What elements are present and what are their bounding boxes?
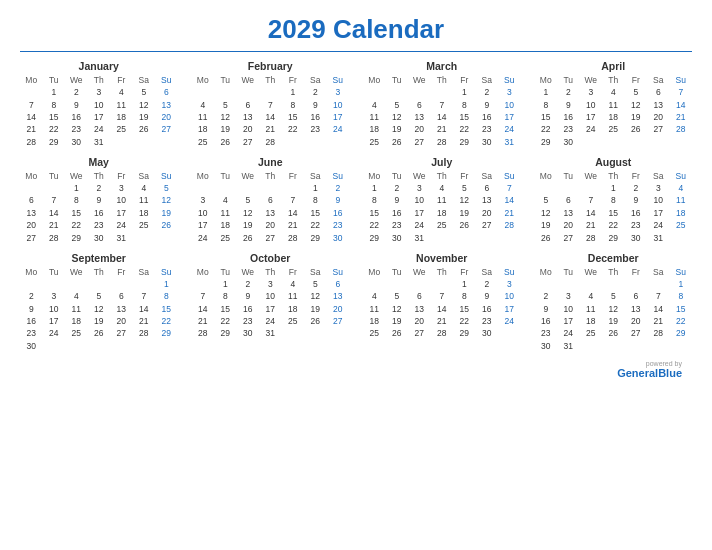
day-cell: 2 xyxy=(386,182,409,194)
day-cell: 9 xyxy=(237,290,260,302)
footer-brand: GeneralBlue xyxy=(20,367,682,379)
table-row: 891011121314 xyxy=(363,194,521,206)
day-cell: 16 xyxy=(476,111,499,123)
table-row: 21222324252627 xyxy=(20,123,178,135)
month-table-march: MoTuWeThFrSaSu12345678910111213141516171… xyxy=(363,74,521,148)
day-cell: 22 xyxy=(602,219,625,231)
day-cell: 12 xyxy=(535,207,558,219)
day-cell: 7 xyxy=(20,98,43,110)
day-cell xyxy=(535,278,558,290)
col-header-tu: Tu xyxy=(386,266,409,278)
day-cell xyxy=(670,340,693,352)
day-cell: 26 xyxy=(237,231,260,243)
day-cell: 11 xyxy=(133,194,156,206)
col-header-mo: Mo xyxy=(20,74,43,86)
month-table-december: MoTuWeThFrSaSu12345678910111213141516171… xyxy=(535,266,693,352)
table-row: 123 xyxy=(363,86,521,98)
col-header-th: Th xyxy=(88,266,111,278)
day-cell: 11 xyxy=(602,98,625,110)
day-cell: 15 xyxy=(670,303,693,315)
day-cell: 27 xyxy=(647,123,670,135)
col-header-th: Th xyxy=(602,266,625,278)
day-cell: 8 xyxy=(304,194,327,206)
day-cell: 4 xyxy=(602,86,625,98)
day-cell: 23 xyxy=(476,123,499,135)
col-header-th: Th xyxy=(88,74,111,86)
day-cell: 18 xyxy=(580,315,603,327)
day-cell: 8 xyxy=(155,290,178,302)
day-cell: 8 xyxy=(453,290,476,302)
day-cell xyxy=(580,136,603,148)
day-cell: 17 xyxy=(557,315,580,327)
day-cell: 26 xyxy=(386,327,409,339)
table-row: 13141516171819 xyxy=(20,207,178,219)
col-header-fr: Fr xyxy=(625,74,648,86)
day-cell: 1 xyxy=(453,86,476,98)
day-cell: 8 xyxy=(282,98,305,110)
table-row: 11121314151617 xyxy=(363,111,521,123)
day-cell: 18 xyxy=(133,207,156,219)
day-cell: 21 xyxy=(282,219,305,231)
day-cell: 27 xyxy=(408,327,431,339)
day-cell: 23 xyxy=(535,327,558,339)
day-cell: 2 xyxy=(327,182,350,194)
day-cell: 21 xyxy=(647,315,670,327)
day-cell: 28 xyxy=(20,136,43,148)
day-cell: 12 xyxy=(214,111,237,123)
day-cell: 12 xyxy=(133,98,156,110)
day-cell xyxy=(431,231,454,243)
day-cell: 15 xyxy=(43,111,66,123)
table-row: 18192021222324 xyxy=(192,123,350,135)
day-cell: 23 xyxy=(237,315,260,327)
day-cell: 11 xyxy=(431,194,454,206)
col-header-su: Su xyxy=(498,170,521,182)
day-cell: 11 xyxy=(110,98,133,110)
day-cell xyxy=(43,340,66,352)
col-header-th: Th xyxy=(431,74,454,86)
day-cell: 7 xyxy=(580,194,603,206)
day-cell: 14 xyxy=(282,207,305,219)
col-header-fr: Fr xyxy=(453,74,476,86)
day-cell: 10 xyxy=(647,194,670,206)
day-cell: 27 xyxy=(557,231,580,243)
day-cell: 11 xyxy=(363,303,386,315)
col-header-sa: Sa xyxy=(476,266,499,278)
day-cell: 16 xyxy=(65,111,88,123)
day-cell: 20 xyxy=(155,111,178,123)
month-block-february: FebruaryMoTuWeThFrSaSu123456789101112131… xyxy=(192,60,350,148)
day-cell: 18 xyxy=(192,123,215,135)
col-header-fr: Fr xyxy=(110,266,133,278)
day-cell: 16 xyxy=(557,111,580,123)
day-cell xyxy=(327,327,350,339)
month-table-may: MoTuWeThFrSaSu12345678910111213141516171… xyxy=(20,170,178,244)
day-cell: 21 xyxy=(670,111,693,123)
table-row: 22232425262728 xyxy=(363,219,521,231)
day-cell: 27 xyxy=(408,136,431,148)
day-cell xyxy=(192,182,215,194)
day-cell xyxy=(133,231,156,243)
day-cell: 2 xyxy=(625,182,648,194)
day-cell xyxy=(498,231,521,243)
day-cell: 22 xyxy=(535,123,558,135)
day-cell xyxy=(88,278,111,290)
col-header-sa: Sa xyxy=(647,170,670,182)
day-cell: 16 xyxy=(88,207,111,219)
day-cell: 17 xyxy=(110,207,133,219)
day-cell: 22 xyxy=(43,123,66,135)
day-cell: 4 xyxy=(670,182,693,194)
footer: powered by GeneralBlue xyxy=(20,360,692,379)
col-header-mo: Mo xyxy=(535,170,558,182)
day-cell: 28 xyxy=(133,327,156,339)
day-cell: 27 xyxy=(237,136,260,148)
day-cell xyxy=(602,278,625,290)
day-cell xyxy=(647,340,670,352)
day-cell xyxy=(155,340,178,352)
day-cell: 14 xyxy=(192,303,215,315)
day-cell xyxy=(386,86,409,98)
day-cell: 28 xyxy=(282,231,305,243)
day-cell: 15 xyxy=(155,303,178,315)
day-cell: 14 xyxy=(20,111,43,123)
day-cell: 1 xyxy=(363,182,386,194)
day-cell xyxy=(670,231,693,243)
day-cell: 8 xyxy=(602,194,625,206)
